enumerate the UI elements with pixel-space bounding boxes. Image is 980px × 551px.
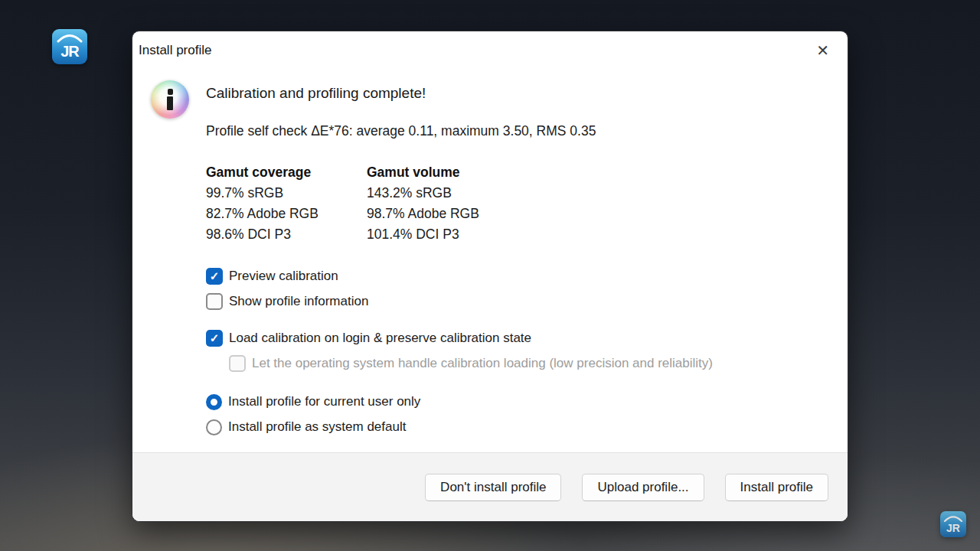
gamut-coverage-header: Gamut coverage [206, 162, 367, 183]
dialog-footer: Don't install profile Upload profile... … [132, 452, 848, 521]
gamut-header-row: Gamut coverageGamut volume [206, 162, 820, 183]
info-icon [151, 80, 189, 119]
dialog-titlebar[interactable]: Install profile ✕ [132, 31, 848, 64]
checkbox-label: Show profile information [229, 294, 368, 309]
jr-logo-arc-icon [943, 514, 963, 522]
radio-unselected-icon[interactable] [206, 419, 222, 435]
gamut-coverage-adobe-rgb: 82.7% Adobe RGB [206, 204, 367, 224]
checkbox-checked-icon[interactable]: ✓ [206, 330, 223, 347]
install-profile-button[interactable]: Install profile [725, 474, 828, 501]
checkbox-label: Preview calibration [229, 269, 338, 284]
checkbox-os-handle-calibration: Let the operating system handle calibrat… [229, 354, 820, 373]
checkbox-disabled-icon [229, 355, 246, 372]
completion-message: Calibration and profiling complete! [206, 85, 820, 102]
info-icon-stem [167, 96, 173, 110]
radio-install-current-user[interactable]: Install profile for current user only [206, 392, 820, 412]
jr-logo-text: JR [946, 522, 960, 534]
checkbox-preview-calibration[interactable]: ✓ Preview calibration [206, 266, 820, 286]
calibration-loading-group: ✓ Load calibration on login & preserve c… [206, 328, 820, 373]
checkbox-load-calibration-on-login[interactable]: ✓ Load calibration on login & preserve c… [206, 328, 820, 348]
dont-install-profile-button[interactable]: Don't install profile [425, 474, 561, 501]
gamut-row-srgb: 99.7% sRGB143.2% sRGB [206, 183, 820, 204]
radio-label: Install profile as system default [228, 419, 406, 435]
gamut-volume-srgb: 143.2% sRGB [367, 183, 452, 204]
checkbox-label: Load calibration on login & preserve cal… [229, 331, 531, 346]
checkbox-unchecked-icon[interactable] [206, 293, 223, 310]
dialog-body: Calibration and profiling complete! Prof… [132, 64, 848, 452]
radio-selected-icon[interactable] [206, 394, 222, 410]
radio-install-system-default[interactable]: Install profile as system default [206, 417, 820, 437]
jr-logo-text: JR [60, 43, 79, 60]
install-scope-group: Install profile for current user only In… [206, 392, 820, 437]
gamut-row-dci-p3: 98.6% DCI P3101.4% DCI P3 [206, 224, 820, 245]
checkbox-checked-icon[interactable]: ✓ [206, 268, 223, 285]
gamut-row-adobe-rgb: 82.7% Adobe RGB98.7% Adobe RGB [206, 204, 820, 224]
self-check-summary: Profile self check ΔE*76: average 0.11, … [206, 123, 820, 139]
gamut-coverage-dci-p3: 98.6% DCI P3 [206, 224, 367, 245]
radio-label: Install profile for current user only [228, 394, 420, 409]
info-icon-dot [168, 89, 173, 95]
checkbox-label: Let the operating system handle calibrat… [252, 356, 713, 371]
upload-profile-button[interactable]: Upload profile... [582, 474, 704, 501]
gamut-volume-adobe-rgb: 98.7% Adobe RGB [367, 204, 479, 224]
gamut-coverage-srgb: 99.7% sRGB [206, 183, 367, 204]
install-profile-dialog: Install profile ✕ Calibration and profil… [132, 31, 848, 522]
jr-logo-watermark-small: JR [940, 511, 966, 537]
display-options-group: ✓ Preview calibration Show profile infor… [206, 266, 820, 311]
close-icon[interactable]: ✕ [816, 43, 829, 58]
gamut-table: Gamut coverageGamut volume 99.7% sRGB143… [206, 162, 820, 245]
gamut-volume-header: Gamut volume [367, 162, 460, 183]
jr-logo-watermark: JR [52, 29, 87, 64]
checkbox-show-profile-information[interactable]: Show profile information [206, 292, 820, 311]
gamut-volume-dci-p3: 101.4% DCI P3 [367, 224, 459, 245]
dialog-title: Install profile [139, 43, 211, 58]
jr-logo-arc-icon [56, 32, 83, 43]
dialog-content: Calibration and profiling complete! Prof… [132, 64, 848, 437]
